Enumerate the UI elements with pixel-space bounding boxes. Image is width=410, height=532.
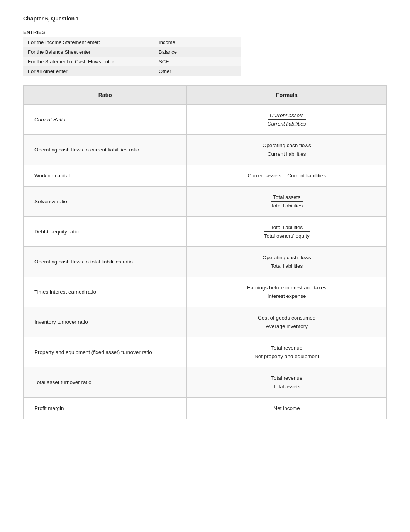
table-row: Working capitalCurrent assets – Current … bbox=[24, 165, 387, 187]
formula-cell: Total revenue Total assets bbox=[187, 367, 387, 398]
table-row: Property and equipment (fixed asset) tur… bbox=[24, 337, 387, 367]
entries-row: For the Statement of Cash Flows enter: S… bbox=[23, 57, 241, 66]
ratio-cell: Operating cash flows to total liabilitie… bbox=[24, 247, 187, 277]
formula-cell: Total liabilities Total owners’ equity bbox=[187, 217, 387, 247]
entries-row: For the Income Statement enter: Income bbox=[23, 37, 241, 47]
formula-cell: Net income bbox=[187, 398, 387, 419]
ratio-cell: Property and equipment (fixed asset) tur… bbox=[24, 337, 187, 367]
col-header-formula: Formula bbox=[187, 86, 387, 105]
entries-row: For the Balance Sheet enter: Balance bbox=[23, 47, 241, 57]
table-row: Inventory turnover ratio Cost of goods c… bbox=[24, 307, 387, 337]
ratio-cell: Solvency ratio bbox=[24, 187, 187, 217]
table-row: Solvency ratio Total assets Total liabil… bbox=[24, 187, 387, 217]
chapter-title: Chapter 6, Question 1 bbox=[23, 15, 387, 22]
formula-cell: Current assets Current liabilities bbox=[187, 105, 387, 135]
entry-label: For the Balance Sheet enter: bbox=[23, 47, 154, 57]
table-row: Operating cash flows to total liabilitie… bbox=[24, 247, 387, 277]
formula-cell: Current assets – Current liabilities bbox=[187, 165, 387, 187]
entries-table: For the Income Statement enter: Income F… bbox=[23, 37, 241, 76]
formula-cell: Cost of goods consumed Average inventory bbox=[187, 307, 387, 337]
table-row: Times interest earned ratio Earnings bef… bbox=[24, 277, 387, 307]
formula-cell: Total assets Total liabilities bbox=[187, 187, 387, 217]
formula-cell: Operating cash flows Total liabilities bbox=[187, 247, 387, 277]
ratio-cell: Debt-to-equity ratio bbox=[24, 217, 187, 247]
ratio-cell: Total asset turnover ratio bbox=[24, 367, 187, 398]
entries-row: For all other enter: Other bbox=[23, 66, 241, 76]
entry-value: Other bbox=[154, 66, 241, 76]
table-row: Operating cash flows to current liabilit… bbox=[24, 135, 387, 165]
entry-label: For all other enter: bbox=[23, 66, 154, 76]
table-row: Total asset turnover ratio Total revenue… bbox=[24, 367, 387, 398]
ratio-cell: Profit margin bbox=[24, 398, 187, 419]
formula-cell: Operating cash flows Current liabilities bbox=[187, 135, 387, 165]
table-row: Current Ratio Current assets Current lia… bbox=[24, 105, 387, 135]
ratio-cell: Current Ratio bbox=[24, 105, 187, 135]
table-row: Profit marginNet income bbox=[24, 398, 387, 419]
ratio-cell: Operating cash flows to current liabilit… bbox=[24, 135, 187, 165]
entries-label: ENTRIES bbox=[23, 29, 387, 35]
formula-cell: Earnings before interest and taxes Inter… bbox=[187, 277, 387, 307]
ratio-cell: Times interest earned ratio bbox=[24, 277, 187, 307]
entry-value: Balance bbox=[154, 47, 241, 57]
table-row: Debt-to-equity ratio Total liabilities T… bbox=[24, 217, 387, 247]
entry-label: For the Income Statement enter: bbox=[23, 37, 154, 47]
entry-value: Income bbox=[154, 37, 241, 47]
main-table: Ratio Formula Current Ratio Current asse… bbox=[23, 85, 387, 419]
ratio-cell: Inventory turnover ratio bbox=[24, 307, 187, 337]
col-header-ratio: Ratio bbox=[24, 86, 187, 105]
ratio-cell: Working capital bbox=[24, 165, 187, 187]
formula-cell: Total revenue Net property and equipment bbox=[187, 337, 387, 367]
entry-label: For the Statement of Cash Flows enter: bbox=[23, 57, 154, 66]
entry-value: SCF bbox=[154, 57, 241, 66]
